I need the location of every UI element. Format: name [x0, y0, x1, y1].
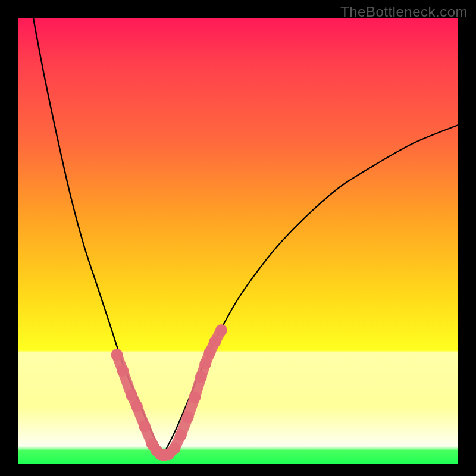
bead-dot: [117, 365, 129, 377]
bead-dot: [175, 429, 187, 441]
bead-dot: [131, 400, 143, 412]
bead-dot: [189, 392, 201, 403]
bead-dot: [215, 324, 227, 336]
bead-dot: [195, 371, 207, 383]
chart-frame: TheBottleneck.com: [0, 0, 476, 476]
bead-dot: [111, 349, 123, 361]
bead-overlay: [111, 324, 227, 461]
bead-dot: [139, 420, 151, 432]
bead-dot: [126, 389, 137, 401]
bead-dot: [204, 347, 216, 359]
watermark-text: TheBottleneck.com: [340, 4, 468, 20]
bead-dot: [209, 336, 221, 347]
bead-dot: [182, 411, 194, 423]
plot-area: [18, 18, 458, 464]
curve-right-branch: [163, 125, 458, 455]
bead-dot: [168, 443, 180, 455]
bead-dot: [199, 358, 211, 369]
curve-layer: [18, 18, 458, 464]
curve-left-branch: [33, 18, 163, 455]
